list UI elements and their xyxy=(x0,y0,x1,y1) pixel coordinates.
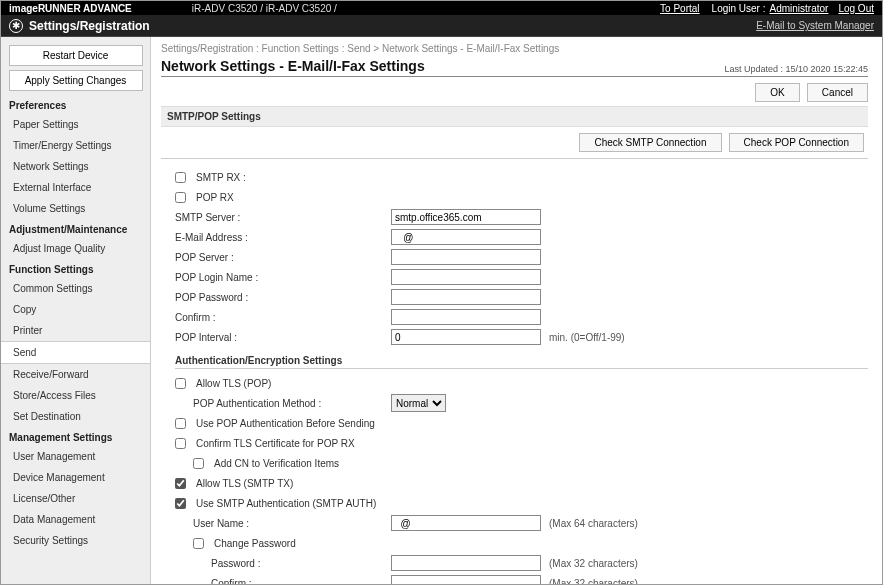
sidebar-item-send[interactable]: Send xyxy=(1,341,151,364)
sidebar-item-data-management[interactable]: Data Management xyxy=(1,509,150,530)
sidebar-item-receive-forward[interactable]: Receive/Forward xyxy=(1,364,150,385)
smtp-server-input[interactable] xyxy=(391,209,541,225)
use-smtp-auth-label: Use SMTP Authentication (SMTP AUTH) xyxy=(196,498,376,509)
allow-tls-smtp-tx-label: Allow TLS (SMTP TX) xyxy=(196,478,293,489)
pop-server-input[interactable] xyxy=(391,249,541,265)
pop-login-label: POP Login Name : xyxy=(175,272,391,283)
confirm-tls-pop-rx-label: Confirm TLS Certificate for POP RX xyxy=(196,438,355,449)
pop-interval-input[interactable] xyxy=(391,329,541,345)
confirm2-input[interactable] xyxy=(391,575,541,584)
use-pop-before-checkbox[interactable] xyxy=(175,418,186,429)
sidebar-group-preferences: Preferences xyxy=(1,95,150,114)
sidebar-group-adjustment: Adjustment/Maintenance xyxy=(1,219,150,238)
sidebar-group-management: Management Settings xyxy=(1,427,150,446)
pop-interval-hint: min. (0=Off/1-99) xyxy=(549,332,625,343)
sidebar-item-network-settings[interactable]: Network Settings xyxy=(1,156,150,177)
pop-password-input[interactable] xyxy=(391,289,541,305)
model-label: iR-ADV C3520 / iR-ADV C3520 / xyxy=(192,3,337,14)
sidebar-item-common-settings[interactable]: Common Settings xyxy=(1,278,150,299)
sidebar-item-device-management[interactable]: Device Management xyxy=(1,467,150,488)
sidebar-item-set-destination[interactable]: Set Destination xyxy=(1,406,150,427)
username-input[interactable] xyxy=(391,515,541,531)
smtp-rx-checkbox[interactable] xyxy=(175,172,186,183)
mail-system-manager-link[interactable]: E-Mail to System Manager xyxy=(756,20,874,31)
password-hint: (Max 32 characters) xyxy=(549,558,638,569)
pop-confirm-input[interactable] xyxy=(391,309,541,325)
cancel-button[interactable]: Cancel xyxy=(807,83,868,102)
email-address-label: E-Mail Address : xyxy=(175,232,391,243)
check-pop-button[interactable]: Check POP Connection xyxy=(729,133,864,152)
login-user-link[interactable]: Administrator xyxy=(770,3,829,14)
sidebar-item-printer[interactable]: Printer xyxy=(1,320,150,341)
top-bar: imageRUNNER ADVANCE iR-ADV C3520 / iR-AD… xyxy=(1,1,882,15)
sidebar-item-timer-energy[interactable]: Timer/Energy Settings xyxy=(1,135,150,156)
password-label: Password : xyxy=(211,558,391,569)
change-password-checkbox[interactable] xyxy=(193,538,204,549)
sidebar-item-security-settings[interactable]: Security Settings xyxy=(1,530,150,551)
pop-auth-method-label: POP Authentication Method : xyxy=(193,398,391,409)
sidebar-item-paper-settings[interactable]: Paper Settings xyxy=(1,114,150,135)
pop-auth-method-select[interactable]: Normal xyxy=(391,394,446,412)
add-cn-verify-checkbox[interactable] xyxy=(193,458,204,469)
username-label: User Name : xyxy=(193,518,391,529)
header-title: Settings/Registration xyxy=(29,19,150,33)
header-bar: ✱ Settings/Registration E-Mail to System… xyxy=(1,15,882,37)
confirm2-label: Confirm : xyxy=(211,578,391,585)
smtp-server-label: SMTP Server : xyxy=(175,212,391,223)
sidebar-item-store-access[interactable]: Store/Access Files xyxy=(1,385,150,406)
use-pop-before-label: Use POP Authentication Before Sending xyxy=(196,418,375,429)
login-user-label: Login User : xyxy=(712,3,766,14)
logout-link[interactable]: Log Out xyxy=(838,3,874,14)
pop-confirm-label: Confirm : xyxy=(175,312,391,323)
pop-rx-checkbox[interactable] xyxy=(175,192,186,203)
username-hint: (Max 64 characters) xyxy=(549,518,638,529)
sidebar-item-external-interface[interactable]: External Interface xyxy=(1,177,150,198)
allow-tls-pop-checkbox[interactable] xyxy=(175,378,186,389)
sidebar-item-volume-settings[interactable]: Volume Settings xyxy=(1,198,150,219)
last-updated-label: Last Updated : 15/10 2020 15:22:45 xyxy=(724,64,868,74)
gear-icon: ✱ xyxy=(9,19,23,33)
pop-interval-label: POP Interval : xyxy=(175,332,391,343)
apply-setting-changes-button[interactable]: Apply Setting Changes xyxy=(9,70,143,91)
confirm2-hint: (Max 32 characters) xyxy=(549,578,638,585)
sidebar: Restart Device Apply Setting Changes Pre… xyxy=(1,37,151,584)
sidebar-item-user-management[interactable]: User Management xyxy=(1,446,150,467)
use-smtp-auth-checkbox[interactable] xyxy=(175,498,186,509)
add-cn-verify-label: Add CN to Verification Items xyxy=(214,458,339,469)
check-smtp-button[interactable]: Check SMTP Connection xyxy=(579,133,721,152)
smtp-rx-label: SMTP RX : xyxy=(196,172,246,183)
allow-tls-smtp-tx-checkbox[interactable] xyxy=(175,478,186,489)
pop-login-input[interactable] xyxy=(391,269,541,285)
password-input[interactable] xyxy=(391,555,541,571)
page-title: Network Settings - E-Mail/I-Fax Settings xyxy=(161,58,425,74)
sidebar-item-license-other[interactable]: License/Other xyxy=(1,488,150,509)
sidebar-item-copy[interactable]: Copy xyxy=(1,299,150,320)
confirm-tls-pop-rx-checkbox[interactable] xyxy=(175,438,186,449)
change-password-label: Change Password xyxy=(214,538,296,549)
pop-password-label: POP Password : xyxy=(175,292,391,303)
auth-encryption-header: Authentication/Encryption Settings xyxy=(175,355,868,369)
allow-tls-pop-label: Allow TLS (POP) xyxy=(196,378,271,389)
ok-button[interactable]: OK xyxy=(755,83,799,102)
smtp-pop-section-header: SMTP/POP Settings xyxy=(161,106,868,127)
breadcrumb: Settings/Registration : Function Setting… xyxy=(161,43,868,54)
sidebar-item-adjust-image[interactable]: Adjust Image Quality xyxy=(1,238,150,259)
pop-rx-label: POP RX xyxy=(196,192,234,203)
pop-server-label: POP Server : xyxy=(175,252,391,263)
email-address-input[interactable] xyxy=(391,229,541,245)
to-portal-link[interactable]: To Portal xyxy=(660,3,699,14)
brand-label: imageRUNNER ADVANCE xyxy=(9,3,132,14)
restart-device-button[interactable]: Restart Device xyxy=(9,45,143,66)
content-area: Settings/Registration : Function Setting… xyxy=(151,37,882,584)
sidebar-group-function: Function Settings xyxy=(1,259,150,278)
